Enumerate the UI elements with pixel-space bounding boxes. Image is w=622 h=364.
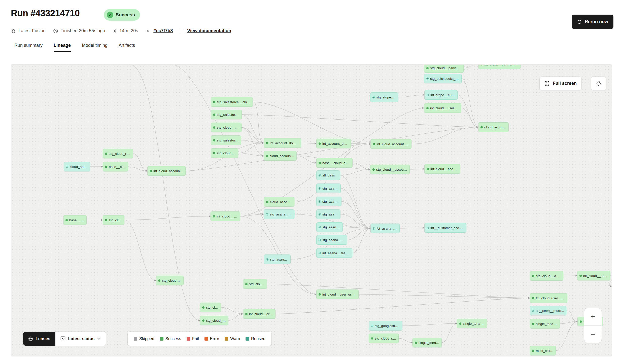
lens-selector[interactable]: Latest status	[55, 332, 106, 346]
lineage-canvas[interactable]: cloud_account…stg_cloud_region…base__clo…	[11, 64, 612, 356]
legend-item-reused: Reused	[246, 336, 265, 341]
lineage-node-label: int_asana__task_s…	[322, 251, 350, 255]
lineage-node[interactable]: single_tenant_mapp…	[457, 319, 487, 328]
lineage-node[interactable]: stg_cloud__us…	[243, 279, 267, 289]
lineage-node-label: stg_cloud_…	[109, 218, 122, 222]
lineage-node[interactable]: stg_seed__multireg…	[530, 306, 566, 315]
lineage-node[interactable]: base__cloud_…	[103, 162, 128, 171]
lineage-node[interactable]: stg_googlesheets__sin…	[369, 321, 402, 331]
lineage-node-label: stg_cloud__us…	[249, 282, 265, 286]
lineage-node-label: int_cloud__accoun…	[430, 167, 458, 171]
lineage-node[interactable]: stg_salesforce__cloud_…	[211, 97, 253, 107]
lineage-node[interactable]: int_account_domain…	[264, 138, 301, 148]
zoom-in-button[interactable]: +	[584, 308, 602, 325]
lineage-node[interactable]: single_tenant_…	[530, 319, 560, 329]
lineage-node[interactable]: stg_asana…	[316, 209, 340, 219]
lineage-node[interactable]: base__cloud_acco…	[316, 158, 353, 168]
success-status-dot-icon	[245, 313, 248, 315]
lineage-node[interactable]: stg_cloud__accounts…	[370, 165, 410, 174]
lineage-node[interactable]: stg_asana__tas…	[264, 209, 294, 219]
success-status-dot-icon	[532, 350, 534, 352]
legend-swatch	[160, 337, 163, 341]
lineage-node[interactable]: stg_cloud_region…	[103, 149, 133, 158]
lineage-node[interactable]: stg_cloud__us…	[211, 123, 241, 132]
lineage-node[interactable]: int_cloud__accoun…	[424, 164, 460, 174]
lineage-node[interactable]: stg_cloud__group…	[200, 316, 228, 325]
lineage-node[interactable]: int_cloud__devel…	[577, 271, 610, 280]
lineage-node[interactable]: stg_asana…	[316, 184, 341, 193]
lineage-node[interactable]: multi_cell_m…	[530, 346, 556, 355]
success-status-dot-icon	[319, 142, 321, 145]
success-status-dot-icon	[202, 306, 204, 309]
success-status-dot-icon	[427, 168, 429, 170]
success-status-dot-icon	[158, 279, 160, 282]
lineage-node[interactable]: int_cloud__us…	[211, 211, 240, 221]
lineage-node[interactable]: cloud_account…	[264, 197, 294, 207]
lineage-node[interactable]: all_days	[316, 170, 340, 180]
lineage-node[interactable]: int_cloud_account_ma…	[370, 139, 411, 149]
rerun-now-button[interactable]: Rerun now	[572, 15, 613, 29]
lineage-node[interactable]: stg_asana_…	[316, 197, 341, 206]
lineage-node[interactable]: int_asana__task_s…	[316, 248, 352, 258]
commit-hash[interactable]: #cc7f7b8	[146, 28, 173, 33]
lineage-node-label: stg_seed__multireg…	[536, 309, 564, 313]
lineage-node-label: stg_asana_…	[322, 200, 339, 203]
lineage-node[interactable]: stg_quickbooks__a…	[424, 74, 462, 83]
lineage-node[interactable]: stg_asana__…	[316, 222, 343, 232]
lineage-node[interactable]: stg_stripe__c…	[370, 92, 398, 102]
legend-label: Warn	[230, 336, 240, 341]
tab-run-summary[interactable]: Run summary	[14, 43, 43, 52]
lineage-node[interactable]: fct_cloud_user_acc…	[530, 293, 567, 303]
success-status-dot-icon	[213, 152, 215, 154]
tab-artifacts[interactable]: Artifacts	[119, 43, 135, 52]
success-status-dot-icon	[266, 155, 268, 157]
status-badge-label: Success	[116, 12, 135, 18]
lineage-node[interactable]: int_cloud_account__m…	[147, 166, 186, 176]
page-title: Run #433214710	[11, 8, 80, 19]
lineage-node[interactable]: stg_cloud__devel…	[530, 271, 563, 281]
lineage-node[interactable]: int__customer_account…	[424, 223, 466, 233]
lineage-node[interactable]: cloud_account…	[478, 122, 509, 132]
lineage-node[interactable]: base__clou…	[63, 215, 87, 225]
chevron-down-icon	[97, 338, 101, 340]
success-status-dot-icon	[532, 323, 534, 325]
lenses-button[interactable]: Lenses	[23, 332, 55, 346]
lineage-node[interactable]: stg_asana__…	[264, 254, 291, 264]
lineage-node-label: stg_cloud__accounts…	[376, 168, 407, 171]
success-status-dot-icon	[480, 64, 483, 65]
lineage-node[interactable]: single_tenant_map…	[412, 338, 442, 347]
lineage-node[interactable]: stg_asana__pr…	[316, 235, 347, 245]
tab-lineage[interactable]: Lineage	[54, 43, 71, 52]
lineage-node[interactable]: stg_salesforce…	[211, 135, 241, 145]
lineage-node[interactable]: int_cloud__group_per…	[243, 309, 275, 319]
lineage-node[interactable]: stg_cloud__…	[211, 148, 238, 158]
legend-item-warn: Warn	[225, 336, 240, 341]
lineage-node[interactable]: int_stripe__custo…	[424, 90, 458, 100]
lineage-node[interactable]: stg_cloud_…	[200, 303, 221, 312]
success-status-dot-icon	[202, 319, 204, 322]
lineage-node[interactable]: int_cloud__partner_con…	[478, 64, 521, 69]
refresh-icon	[596, 81, 601, 86]
lineage-node[interactable]: cloud_account…	[64, 162, 90, 171]
legend-item-fail: Fail	[187, 336, 199, 341]
lineage-node[interactable]: stg_cloud_…	[103, 215, 124, 225]
success-status-dot-icon	[426, 67, 429, 69]
lineage-node[interactable]: int_account_dom…	[316, 139, 351, 148]
lineage-node[interactable]: stg_cloud__email…	[156, 276, 184, 285]
lineage-node[interactable]: stg_cloud_s3_singl…	[369, 334, 399, 343]
lineage-node-label: stg_asana__…	[322, 225, 340, 229]
canvas-refresh-button[interactable]	[591, 77, 606, 90]
lineage-node[interactable]: cloud_accounts_…	[264, 151, 297, 161]
lineage-node[interactable]: fct_asana_proj…	[370, 224, 400, 233]
reused-status-dot-icon	[319, 187, 321, 190]
tab-model-timing[interactable]: Model timing	[82, 43, 108, 52]
lineage-node[interactable]: int_cloud__user_group…	[316, 289, 359, 299]
zoom-out-button[interactable]: −	[584, 326, 602, 343]
lineage-node[interactable]: int_cloud__user_ac…	[424, 103, 461, 113]
lineage-node-label: stg_asana__tas…	[270, 212, 292, 216]
view-documentation-link[interactable]: View documentation	[180, 28, 231, 33]
legend-label: Fail	[192, 336, 199, 341]
lineage-node[interactable]: stg_cloud__partner_c…	[424, 64, 464, 73]
lineage-node[interactable]: stg_salesforce_…	[211, 110, 242, 119]
fullscreen-button[interactable]: Full screen	[539, 77, 582, 90]
